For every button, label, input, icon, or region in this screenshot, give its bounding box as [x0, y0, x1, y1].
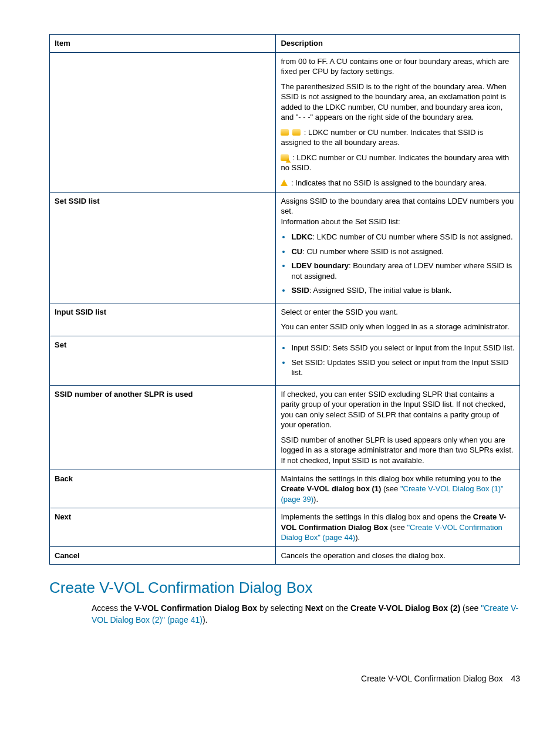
description-cell: Cancels the operation and closes the dia…: [276, 546, 520, 565]
folder-icon: [281, 129, 289, 136]
desc-text: The parenthesized SSID is to the right o…: [281, 82, 515, 123]
item-cell: Set: [50, 336, 276, 386]
desc-text: Maintains the settings in this dialog bo…: [281, 474, 515, 505]
footer-title: Create V-VOL Confirmation Dialog Box: [361, 674, 502, 683]
description-cell: Input SSID: Sets SSID you select or inpu…: [276, 336, 520, 386]
item-cell: [50, 52, 276, 192]
desc-text: : LDKC number or CU number. Indicates th…: [281, 127, 515, 148]
table-row: from 00 to FF. A CU contains one or four…: [50, 52, 520, 192]
description-cell: from 00 to FF. A CU contains one or four…: [276, 52, 520, 192]
table-row: Next Implements the settings in this dia…: [50, 508, 520, 547]
list-item: LDEV boundary: Boundary area of LDEV num…: [291, 260, 515, 281]
page-number: 43: [511, 674, 520, 683]
desc-text: You can enter SSID only when logged in a…: [281, 322, 515, 332]
desc-text: Implements the settings in this dialog b…: [281, 512, 515, 543]
desc-text: : LDKC number or CU number. Indicates th…: [281, 153, 515, 173]
description-cell: If checked, you can enter SSID excluding…: [276, 385, 520, 470]
col-header-description: Description: [276, 35, 520, 53]
list-item: Set SSID: Updates SSID you select or inp…: [291, 357, 515, 378]
description-cell: Maintains the settings in this dialog bo…: [276, 470, 520, 508]
table-row: Cancel Cancels the operation and closes …: [50, 546, 520, 565]
page-footer: Create V-VOL Confirmation Dialog Box 43: [49, 673, 520, 684]
item-cell: SSID number of another SLPR is used: [50, 385, 276, 470]
item-cell: Input SSID list: [50, 303, 276, 336]
table-row: SSID number of another SLPR is used If c…: [50, 385, 520, 470]
section-heading: Create V-VOL Confirmation Dialog Box: [49, 578, 520, 598]
item-cell: Cancel: [50, 546, 276, 565]
table-row: Set SSID list Assigns SSID to the bounda…: [50, 192, 520, 303]
list-item: SSID: Assigned SSID, The initial value i…: [291, 285, 515, 296]
desc-text: Assigns SSID to the boundary area that c…: [281, 196, 515, 227]
item-cell: Set SSID list: [50, 192, 276, 303]
folder-icon: [292, 129, 301, 136]
table-row: Back Maintains the settings in this dial…: [50, 470, 520, 508]
item-cell: Next: [50, 508, 276, 547]
reference-table: Item Description from 00 to FF. A CU con…: [49, 34, 520, 565]
item-cell: Back: [50, 470, 276, 508]
description-cell: Select or enter the SSID you want. You c…: [276, 303, 520, 336]
list-item: Input SSID: Sets SSID you select or inpu…: [291, 342, 515, 353]
desc-text: : Indicates that no SSID is assigned to …: [281, 178, 515, 188]
description-cell: Assigns SSID to the boundary area that c…: [276, 192, 520, 303]
desc-text: SSID number of another SLPR is used appe…: [281, 435, 515, 466]
desc-text: from 00 to FF. A CU contains one or four…: [281, 56, 515, 77]
desc-text: Select or enter the SSID you want.: [281, 307, 515, 318]
caution-icon: [281, 180, 288, 186]
table-row: Set Input SSID: Sets SSID you select or …: [50, 336, 520, 386]
list-item: LDKC: LKDC number of CU number where SSI…: [291, 231, 515, 242]
bullet-list: Input SSID: Sets SSID you select or inpu…: [281, 342, 515, 378]
bullet-list: LDKC: LKDC number of CU number where SSI…: [281, 231, 515, 296]
col-header-item: Item: [50, 35, 276, 53]
folder-warn-icon: [281, 154, 289, 161]
list-item: CU: CU number where SSID is not assigned…: [291, 246, 515, 257]
table-row: Input SSID list Select or enter the SSID…: [50, 303, 520, 336]
section-paragraph: Access the V-VOL Confirmation Dialog Box…: [92, 603, 520, 626]
desc-text: If checked, you can enter SSID excluding…: [281, 389, 515, 430]
description-cell: Implements the settings in this dialog b…: [276, 508, 520, 547]
